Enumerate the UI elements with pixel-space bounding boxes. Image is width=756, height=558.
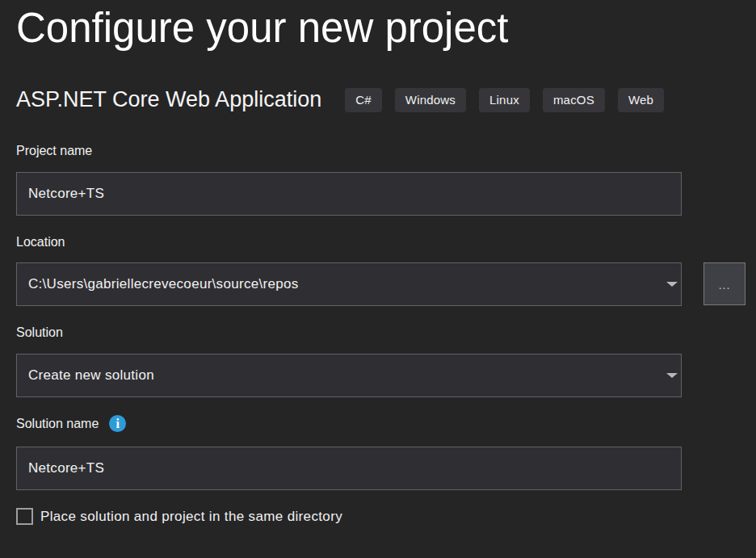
info-icon[interactable]: i xyxy=(109,415,126,432)
tag-web: Web xyxy=(618,88,664,112)
tag-windows: Windows xyxy=(395,88,466,112)
same-directory-option: Place solution and project in the same d… xyxy=(16,508,342,525)
solution-value: Create new solution xyxy=(28,367,154,384)
tag-linux: Linux xyxy=(479,88,530,112)
same-directory-checkbox[interactable] xyxy=(16,508,33,525)
template-tags: C# Windows Linux macOS Web xyxy=(345,88,664,112)
project-name-label: Project name xyxy=(16,144,92,158)
chevron-down-icon xyxy=(666,282,678,287)
same-directory-label: Place solution and project in the same d… xyxy=(40,509,342,525)
solution-name-input[interactable] xyxy=(16,447,682,490)
page-title: Configure your new project xyxy=(16,3,509,52)
location-combobox[interactable]: C:\Users\gabriellecrevecoeur\source\repo… xyxy=(16,262,682,306)
chevron-down-icon xyxy=(666,373,678,378)
project-name-input[interactable] xyxy=(16,172,682,216)
solution-name-label: Solution name i xyxy=(16,415,126,432)
solution-combobox[interactable]: Create new solution xyxy=(16,354,682,397)
solution-label: Solution xyxy=(16,325,63,340)
template-name: ASP.NET Core Web Application xyxy=(16,87,321,112)
configure-project-dialog: Configure your new project ASP.NET Core … xyxy=(0,0,756,558)
tag-macos: macOS xyxy=(543,88,605,112)
location-value: C:\Users\gabriellecrevecoeur\source\repo… xyxy=(28,276,299,292)
location-label: Location xyxy=(16,235,65,250)
browse-button[interactable]: ... xyxy=(704,262,746,305)
tag-csharp: C# xyxy=(345,88,382,112)
template-header: ASP.NET Core Web Application C# Windows … xyxy=(16,87,664,112)
